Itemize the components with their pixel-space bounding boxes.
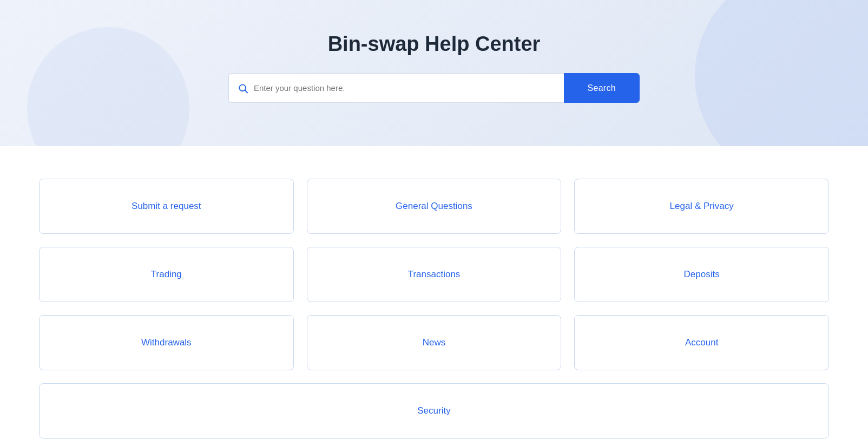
search-container: Search bbox=[228, 73, 640, 103]
security-row: Security bbox=[39, 383, 829, 439]
category-news[interactable]: News bbox=[307, 315, 562, 370]
main-content: Submit a request General Questions Legal… bbox=[0, 146, 868, 445]
category-label: Legal & Privacy bbox=[670, 201, 734, 211]
category-submit-request[interactable]: Submit a request bbox=[39, 179, 294, 234]
category-label: Submit a request bbox=[131, 201, 201, 211]
category-legal-privacy[interactable]: Legal & Privacy bbox=[574, 179, 829, 234]
search-input[interactable] bbox=[254, 74, 555, 102]
search-button[interactable]: Search bbox=[564, 73, 640, 103]
search-icon bbox=[238, 83, 248, 94]
category-account[interactable]: Account bbox=[574, 315, 829, 370]
category-transactions[interactable]: Transactions bbox=[307, 247, 562, 302]
category-deposits[interactable]: Deposits bbox=[574, 247, 829, 302]
page-title: Bin-swap Help Center bbox=[11, 32, 857, 56]
hero-section: Bin-swap Help Center Search bbox=[0, 0, 868, 146]
category-label: Account bbox=[685, 337, 718, 348]
category-label: Withdrawals bbox=[141, 337, 192, 348]
category-label: General Questions bbox=[396, 201, 472, 211]
category-general-questions[interactable]: General Questions bbox=[307, 179, 562, 234]
category-label: News bbox=[423, 337, 446, 348]
category-label: Security bbox=[417, 405, 450, 416]
category-label: Deposits bbox=[684, 269, 720, 279]
svg-line-1 bbox=[245, 90, 248, 93]
category-withdrawals[interactable]: Withdrawals bbox=[39, 315, 294, 370]
category-grid: Submit a request General Questions Legal… bbox=[39, 179, 829, 439]
category-trading[interactable]: Trading bbox=[39, 247, 294, 302]
category-label: Trading bbox=[151, 269, 182, 279]
category-security[interactable]: Security bbox=[39, 383, 829, 439]
search-input-wrapper bbox=[228, 73, 564, 103]
category-label: Transactions bbox=[408, 269, 461, 279]
